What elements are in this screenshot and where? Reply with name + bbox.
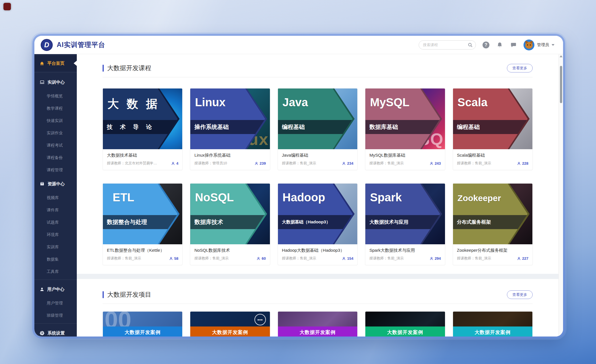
- course-cover: MySQ MySQL 数据库基础: [365, 88, 445, 149]
- sidebar-item[interactable]: 实训库: [34, 241, 77, 253]
- course-teacher: 授课教师：售前_演示: [194, 256, 228, 261]
- scroll-up-arrow-icon[interactable]: [560, 55, 562, 57]
- course-teacher: 授课教师：售前_演示: [457, 256, 491, 261]
- header-actions: ? 管理员: [419, 40, 554, 50]
- project-card[interactable]: 00 大数据开发案例: [103, 311, 183, 337]
- sidebar-item[interactable]: 试题库: [34, 216, 77, 229]
- person-icon: [169, 257, 173, 261]
- sidebar-section-label: 资源中心: [48, 181, 65, 187]
- vertical-scrollbar[interactable]: [558, 54, 563, 337]
- course-cover: ETL 数据整合与处理: [103, 184, 182, 244]
- project-card[interactable]: 大数据开发案例: [453, 311, 533, 337]
- course-teacher: 授课教师：售前_演示: [369, 161, 403, 166]
- sidebar-item[interactable]: 课程管理: [34, 164, 77, 176]
- course-grid: 大 数 据 技 术 导 论 大数据技术基础 授课教师：北京市对外贸易学校教...: [103, 88, 533, 265]
- student-count: 228: [517, 161, 528, 166]
- sidebar-item[interactable]: 实训作业: [34, 127, 77, 139]
- course-title: Hadoop大数据基础（Hadoop3）: [282, 248, 353, 253]
- course-title: Java编程基础: [282, 153, 353, 158]
- app-logo: D: [41, 39, 53, 51]
- project-banner: 大数据开发案例: [190, 326, 270, 337]
- sidebar-item[interactable]: 数据集: [34, 253, 77, 265]
- chat-icon[interactable]: [510, 41, 517, 49]
- project-card[interactable]: 大数据开发案例: [365, 311, 445, 337]
- cover-chevron: 大 数 据 技 术 导 论: [103, 88, 182, 149]
- course-teacher: 授课教师：管理员10: [194, 161, 227, 166]
- course-card[interactable]: Spark 大数据技术与应用 Spark大数据技术与应用 授课教师：售前_演示: [365, 183, 445, 265]
- cover-chevron: Java 编程基础: [278, 88, 357, 149]
- student-count: 239: [254, 161, 266, 166]
- person-icon: [517, 257, 521, 261]
- cover-title: Zookeeper: [458, 193, 518, 203]
- section-divider: [103, 304, 533, 304]
- user-name: 管理员: [537, 42, 549, 48]
- sidebar-item[interactable]: 工具库: [34, 265, 77, 278]
- home-icon: [40, 61, 44, 66]
- sidebar-item[interactable]: 快速实训: [34, 115, 77, 127]
- scroll-area: 大数据开发课程 查看更多 大 数 据: [77, 54, 558, 337]
- sidebar-item[interactable]: 视频库: [34, 192, 77, 204]
- project-banner: 大数据开发案例: [365, 326, 445, 337]
- sidebar-item[interactable]: 环境库: [34, 229, 77, 241]
- sidebar-item[interactable]: 班级管理: [34, 309, 77, 322]
- title-accent-bar: [103, 291, 104, 298]
- course-teacher: 授课教师：售前_演示: [457, 161, 491, 166]
- course-title: Linux操作系统基础: [194, 153, 266, 158]
- project-card[interactable]: ••• 大数据开发案例: [190, 311, 270, 337]
- student-count: 243: [430, 161, 441, 166]
- sidebar-item[interactable]: 用户管理: [34, 297, 77, 309]
- course-teacher: 授课教师：售前_演示: [282, 256, 316, 261]
- view-more-button[interactable]: 查看更多: [507, 290, 533, 299]
- sidebar-section-system-settings[interactable]: 系统设置: [34, 325, 77, 337]
- search-icon[interactable]: [468, 42, 473, 48]
- course-card[interactable]: 大 数 据 技 术 导 论 大数据技术基础 授课教师：北京市对外贸易学校教...: [103, 88, 183, 170]
- sidebar-section-user-center[interactable]: 用户中心: [34, 282, 77, 297]
- course-title: Scala编程基础: [457, 153, 528, 158]
- user-icon: [40, 287, 44, 292]
- course-card[interactable]: Scala 编程基础 Scala编程基础 授课教师：售前_演示: [453, 88, 533, 170]
- bell-icon[interactable]: [496, 41, 503, 49]
- sidebar-item[interactable]: 学情概览: [34, 90, 77, 102]
- course-cover: NoSQL 数据库技术: [190, 184, 270, 244]
- person-icon: [517, 162, 521, 166]
- course-card[interactable]: Hadoop 大数据基础（Hadoop3） Hadoop大数据基础（Hadoop…: [278, 183, 358, 265]
- project-grid: 00 大数据开发案例 ••• 大数据开发案例 大: [103, 311, 533, 337]
- search-box: [419, 40, 476, 50]
- help-glyph: ?: [483, 42, 489, 48]
- view-more-button[interactable]: 查看更多: [507, 64, 533, 72]
- sidebar-divider: [34, 323, 77, 324]
- recording-indicator-dot: [3, 3, 11, 10]
- help-icon[interactable]: ?: [482, 41, 490, 49]
- cover-title: Hadoop: [283, 191, 343, 204]
- project-card[interactable]: 大数据开发案例: [278, 311, 358, 337]
- course-card[interactable]: NoSQL 数据库技术 NoSQL数据库技术 授课教师：售前_演示: [190, 183, 270, 265]
- user-menu[interactable]: 管理员: [524, 40, 554, 50]
- sidebar-section-resource-center[interactable]: 资源中心: [34, 176, 77, 192]
- person-icon: [171, 162, 175, 166]
- project-cover: 大数据开发案例: [365, 312, 445, 337]
- project-cover: 大数据开发案例: [278, 312, 357, 337]
- course-card[interactable]: Zookeeper 分布式服务框架 Zookeeper分布式服务框架 授课教师：…: [453, 183, 533, 265]
- section-divider: [103, 77, 533, 77]
- ellipsis-badge: •••: [254, 314, 266, 325]
- sidebar-item[interactable]: 课件库: [34, 204, 77, 216]
- sidebar-section-training-center[interactable]: 实训中心: [34, 74, 77, 90]
- course-card[interactable]: Java 编程基础 Java编程基础 授课教师：售前_演示: [278, 88, 358, 170]
- course-title: ETL数据整合与处理（Kettle）: [107, 248, 178, 253]
- course-card[interactable]: Linux Linux 操作系统基础 Linux操作系统基础 授: [190, 88, 270, 170]
- sidebar-item-home[interactable]: 平台首页: [34, 56, 77, 71]
- scrollbar-thumb[interactable]: [560, 66, 562, 103]
- sidebar-item[interactable]: 教学课程: [34, 102, 77, 115]
- course-cover: Linux Linux 操作系统基础: [190, 88, 270, 149]
- sidebar-item[interactable]: 课程备份: [34, 151, 77, 164]
- section-title: 大数据开发课程: [103, 64, 151, 72]
- cover-title: Spark: [370, 191, 430, 204]
- app-title: AI实训管理平台: [57, 40, 105, 49]
- title-accent-bar: [103, 65, 104, 72]
- search-input[interactable]: [419, 40, 476, 50]
- course-card[interactable]: ETL 数据整合与处理 ETL数据整合与处理（Kettle） 授课教师：售前_演…: [103, 183, 183, 265]
- course-card[interactable]: MySQ MySQL 数据库基础 MySQL数据库基础 授课教师: [365, 88, 445, 170]
- student-count: 58: [169, 256, 178, 261]
- sidebar-item[interactable]: 课程考试: [34, 139, 77, 151]
- cover-chevron: Zookeeper 分布式服务框架: [453, 184, 532, 244]
